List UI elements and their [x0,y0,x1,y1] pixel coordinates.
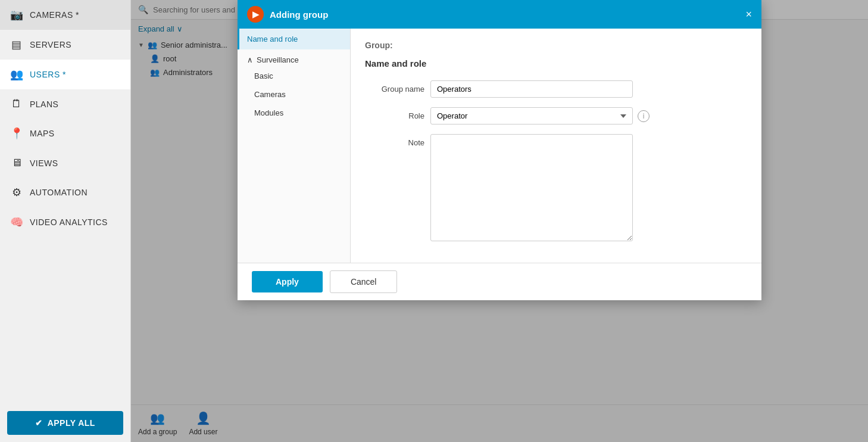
role-select[interactable]: Operator Administrator Viewer [430,107,633,124]
modal-title: Adding group [270,10,739,20]
maps-icon: 📍 [10,127,24,140]
modal-footer: Apply Cancel [238,263,761,300]
plans-icon: 🗒 [10,98,24,110]
sidebar-label-views: VIEWS [30,158,58,168]
nav-item-basic[interactable]: Basic [238,67,350,85]
modal-form-content: Group: Name and role Group name Role Ope… [351,29,761,263]
automation-icon: ⚙ [10,186,24,199]
form-row-group-name: Group name [365,80,747,98]
main-area: 🔍 Expand all ∨ ▼ 👥 Senior administra... … [131,0,868,442]
modal-cancel-button[interactable]: Cancel [330,270,398,293]
sidebar-item-video-analytics[interactable]: 🧠 VIDEO ANALYTICS [0,207,130,237]
sidebar-label-plans: PLANS [30,99,58,109]
adding-group-modal: ▶ Adding group × Name and role ∧ Surveil… [238,0,761,300]
group-name-input[interactable] [430,80,633,98]
servers-icon: ▤ [10,38,24,51]
form-row-role: Role Operator Administrator Viewer i [365,107,747,124]
modal-header: ▶ Adding group × [238,0,761,29]
analytics-icon: 🧠 [10,216,24,229]
sidebar-label-maps: MAPS [30,129,55,138]
sidebar-item-servers[interactable]: ▤ SERVERS [0,30,130,60]
nav-item-modules[interactable]: Modules [238,104,350,122]
camera-icon: 📷 [10,8,24,21]
nav-item-surveillance[interactable]: ∧ Surveillance [238,49,350,67]
sidebar-label-cameras: CAMERAS * [30,10,79,20]
apply-all-button[interactable]: ✔ APPLY ALL [7,411,123,435]
views-icon: 🖥 [10,157,24,169]
apply-all-checkmark-icon: ✔ [35,418,43,428]
note-label: Note [365,134,424,147]
role-select-wrapper: Operator Administrator Viewer i [430,107,650,124]
nav-item-name-and-role[interactable]: Name and role [238,29,350,49]
sidebar-label-video-analytics: VIDEO ANALYTICS [30,217,108,227]
sidebar-item-cameras[interactable]: 📷 CAMERAS * [0,0,130,30]
sidebar-item-plans[interactable]: 🗒 PLANS [0,89,130,119]
modal-nav: Name and role ∧ Surveillance Basic Camer… [238,29,351,263]
group-name-label: Group name [365,80,424,94]
chevron-up-icon: ∧ [247,55,253,64]
form-row-note: Note [365,134,747,241]
modal-close-button[interactable]: × [745,9,752,20]
brand-logo: ▶ [247,6,264,23]
sidebar-label-automation: AUTOMATION [30,188,88,197]
users-icon: 👥 [10,68,24,81]
modal-overlay: ▶ Adding group × Name and role ∧ Surveil… [131,0,868,442]
modal-apply-button[interactable]: Apply [252,271,323,292]
note-textarea[interactable] [430,134,633,241]
role-label: Role [365,107,424,120]
sidebar-item-automation[interactable]: ⚙ AUTOMATION [0,178,130,207]
modal-section-title: Name and role [365,58,747,69]
nav-item-cameras[interactable]: Cameras [238,85,350,104]
sidebar-item-users[interactable]: 👥 USERS * [0,60,130,89]
modal-body: Name and role ∧ Surveillance Basic Camer… [238,29,761,263]
sidebar-item-maps[interactable]: 📍 MAPS [0,119,130,148]
group-section-label: Group: [365,41,747,50]
sidebar: 📷 CAMERAS * ▤ SERVERS 👥 USERS * 🗒 PLANS … [0,0,131,442]
sidebar-bottom: ✔ APPLY ALL [0,404,130,442]
sidebar-label-users: USERS * [30,70,66,79]
role-info-icon[interactable]: i [638,110,650,122]
sidebar-label-servers: SERVERS [30,40,71,49]
sidebar-item-views[interactable]: 🖥 VIEWS [0,148,130,178]
